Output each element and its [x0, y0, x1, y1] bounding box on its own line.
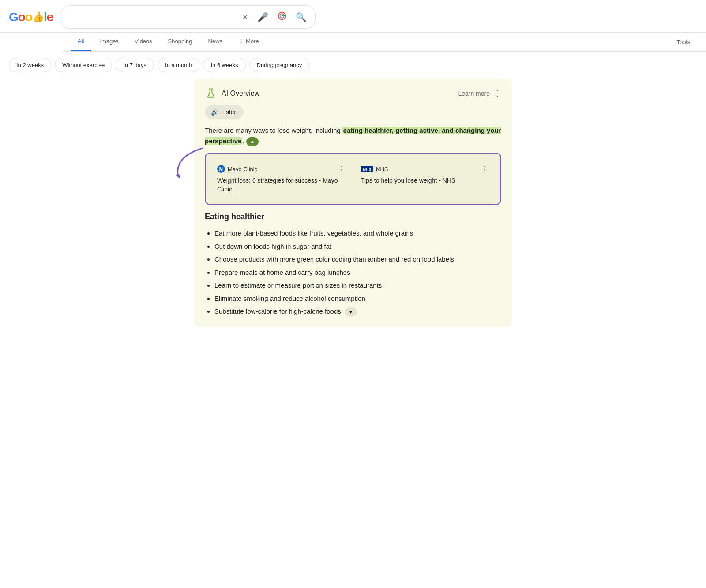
eating-bullet-list: Eat more plant-based foods like fruits, …	[205, 227, 501, 318]
svg-marker-4	[176, 174, 180, 179]
search-icon: 🔍	[296, 12, 307, 22]
svg-text:NHS: NHS	[363, 167, 371, 172]
chip-in-6-weeks[interactable]: In 6 weeks	[203, 58, 245, 72]
lens-icon	[277, 11, 287, 23]
nav-tabs: All Images Videos Shopping News ⋮ More T…	[62, 33, 706, 52]
ai-overview-section: AI Overview Learn more ⋮ 🔊 Listen There …	[194, 79, 512, 327]
tab-images[interactable]: Images	[93, 33, 126, 51]
eating-healthier-title: Eating healthier	[205, 212, 501, 221]
show-more-button[interactable]: ▼	[345, 307, 357, 316]
chip-in-7-days[interactable]: In 7 days	[116, 58, 154, 72]
tab-videos[interactable]: Videos	[128, 33, 159, 51]
ai-body-prefix: There are many ways to lose weight, incl…	[205, 127, 342, 134]
mayo-clinic-logo: M	[217, 165, 225, 173]
chips-row: In 2 weeks Without exercise In 7 days In…	[0, 52, 706, 79]
chip-in-a-month[interactable]: In a month	[158, 58, 199, 72]
ai-overview-title: AI Overview	[222, 90, 259, 97]
chip-without-exercise[interactable]: Without exercise	[55, 58, 112, 72]
nhs-card-title: Tips to help you lose weight - NHS	[361, 176, 489, 185]
source-card-nhs[interactable]: NHS NHS ⋮ Tips to help you lose weight -…	[356, 160, 494, 198]
source-card-nhs-header: NHS NHS ⋮	[361, 164, 489, 174]
search-icons: ✕ 🎤 🔍	[240, 9, 308, 25]
search-submit-button[interactable]: 🔍	[294, 10, 308, 24]
learn-more-link[interactable]: Learn more	[458, 90, 490, 97]
speaker-icon: 🔊	[211, 109, 218, 116]
bullet-2: Cut down on foods high in sugar and fat	[214, 240, 501, 253]
ai-overview-header: AI Overview Learn more ⋮	[205, 87, 501, 100]
microphone-icon: 🎤	[257, 12, 268, 22]
svg-point-3	[211, 96, 212, 97]
voice-search-button[interactable]: 🎤	[255, 10, 270, 24]
main-content: AI Overview Learn more ⋮ 🔊 Listen There …	[185, 79, 521, 343]
nhs-logo: NHS	[361, 166, 373, 172]
google-logo[interactable]: Goo👍le	[9, 10, 53, 24]
ai-body-text: There are many ways to lose weight, incl…	[205, 125, 501, 146]
more-dots-icon: ⋮	[238, 38, 244, 45]
listen-button[interactable]: 🔊 Listen	[205, 105, 244, 119]
arrow-annotation	[165, 144, 209, 188]
ai-header-left: AI Overview	[205, 87, 259, 100]
bullet-3: Choose products with more green color co…	[214, 253, 501, 266]
tab-all[interactable]: All	[71, 33, 91, 51]
svg-point-2	[210, 95, 210, 96]
source-cards: M Mayo Clinic ⋮ Weight loss: 6 strategie…	[205, 153, 501, 205]
source-cards-wrapper: M Mayo Clinic ⋮ Weight loss: 6 strategie…	[205, 153, 501, 205]
mayo-clinic-name: Mayo Clinic	[228, 166, 257, 172]
chip-during-pregnancy[interactable]: During pregnancy	[249, 58, 310, 72]
nhs-name: NHS	[376, 166, 388, 172]
collapse-button[interactable]: ▲	[246, 137, 259, 146]
mayo-card-title: Weight loss: 6 strategies for success - …	[217, 176, 345, 194]
close-icon: ✕	[242, 12, 248, 22]
tools-tab[interactable]: Tools	[670, 34, 697, 51]
nhs-card-more-icon[interactable]: ⋮	[481, 164, 489, 174]
tab-more[interactable]: ⋮ More	[231, 33, 266, 51]
chip-in-2-weeks[interactable]: In 2 weeks	[9, 58, 51, 72]
flask-icon	[205, 87, 217, 100]
ai-more-options-icon[interactable]: ⋮	[493, 89, 501, 98]
chevron-up-icon: ▲	[250, 139, 255, 145]
bullet-5: Learn to estimate or measure portion siz…	[214, 279, 501, 292]
chevron-down-icon: ▼	[348, 309, 353, 315]
ai-header-right: Learn more ⋮	[458, 89, 501, 98]
tab-shopping[interactable]: Shopping	[161, 33, 199, 51]
mayo-card-more-icon[interactable]: ⋮	[337, 164, 345, 174]
source-name-row-mayo: M Mayo Clinic	[217, 165, 257, 173]
search-bar: how to lose weight ✕ 🎤 🔍	[60, 5, 316, 29]
bullet-6: Eliminate smoking and reduce alcohol con…	[214, 292, 501, 305]
header: Goo👍le how to lose weight ✕ 🎤	[0, 0, 706, 33]
source-card-mayo-header: M Mayo Clinic ⋮	[217, 164, 345, 174]
search-input[interactable]: how to lose weight	[68, 13, 237, 21]
tab-news[interactable]: News	[201, 33, 230, 51]
bullet-7: Substitute low-calorie for high-calorie …	[214, 305, 501, 318]
source-card-mayo[interactable]: M Mayo Clinic ⋮ Weight loss: 6 strategie…	[212, 160, 350, 198]
svg-text:M: M	[219, 167, 223, 172]
source-name-row-nhs: NHS NHS	[361, 166, 388, 172]
ai-body-suffix: .	[242, 137, 244, 145]
clear-button[interactable]: ✕	[240, 11, 250, 24]
listen-label: Listen	[221, 109, 237, 116]
lens-search-button[interactable]	[275, 9, 289, 25]
bullet-1: Eat more plant-based foods like fruits, …	[214, 227, 501, 240]
bullet-4: Prepare meals at home and carry bag lunc…	[214, 266, 501, 279]
